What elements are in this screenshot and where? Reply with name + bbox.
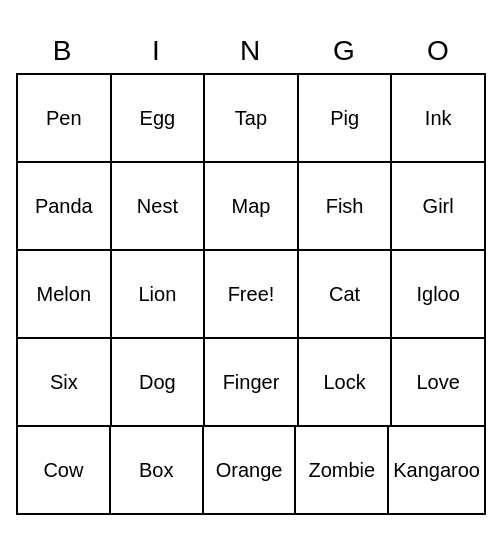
bingo-cell-4-3: Zombie [296, 427, 389, 515]
bingo-cell-3-2: Finger [205, 339, 299, 427]
bingo-cell-1-1: Nest [112, 163, 206, 251]
bingo-cell-1-4: Girl [392, 163, 486, 251]
bingo-cell-0-4: Ink [392, 75, 486, 163]
bingo-row-1: PandaNestMapFishGirl [18, 163, 486, 251]
bingo-cell-2-1: Lion [112, 251, 206, 339]
bingo-cell-3-4: Love [392, 339, 486, 427]
bingo-cell-2-0: Melon [18, 251, 112, 339]
bingo-cell-4-2: Orange [204, 427, 297, 515]
bingo-cell-4-0: Cow [18, 427, 111, 515]
bingo-row-4: CowBoxOrangeZombieKangaroo [18, 427, 486, 515]
bingo-cell-0-1: Egg [112, 75, 206, 163]
bingo-row-0: PenEggTapPigInk [18, 75, 486, 163]
bingo-cell-3-0: Six [18, 339, 112, 427]
header-letter-b: B [16, 29, 110, 73]
bingo-header: BINGO [16, 29, 486, 73]
bingo-cell-3-3: Lock [299, 339, 393, 427]
bingo-cell-1-3: Fish [299, 163, 393, 251]
bingo-cell-2-3: Cat [299, 251, 393, 339]
bingo-card: BINGO PenEggTapPigInkPandaNestMapFishGir… [16, 29, 486, 515]
bingo-cell-0-2: Tap [205, 75, 299, 163]
header-letter-g: G [298, 29, 392, 73]
bingo-cell-1-0: Panda [18, 163, 112, 251]
bingo-cell-3-1: Dog [112, 339, 206, 427]
bingo-row-3: SixDogFingerLockLove [18, 339, 486, 427]
bingo-row-2: MelonLionFree!CatIgloo [18, 251, 486, 339]
bingo-grid: PenEggTapPigInkPandaNestMapFishGirlMelon… [16, 73, 486, 515]
bingo-cell-1-2: Map [205, 163, 299, 251]
bingo-cell-0-3: Pig [299, 75, 393, 163]
bingo-cell-2-2: Free! [205, 251, 299, 339]
bingo-cell-0-0: Pen [18, 75, 112, 163]
bingo-cell-4-1: Box [111, 427, 204, 515]
header-letter-n: N [204, 29, 298, 73]
bingo-cell-4-4: Kangaroo [389, 427, 486, 515]
header-letter-i: I [110, 29, 204, 73]
header-letter-o: O [392, 29, 486, 73]
bingo-cell-2-4: Igloo [392, 251, 486, 339]
